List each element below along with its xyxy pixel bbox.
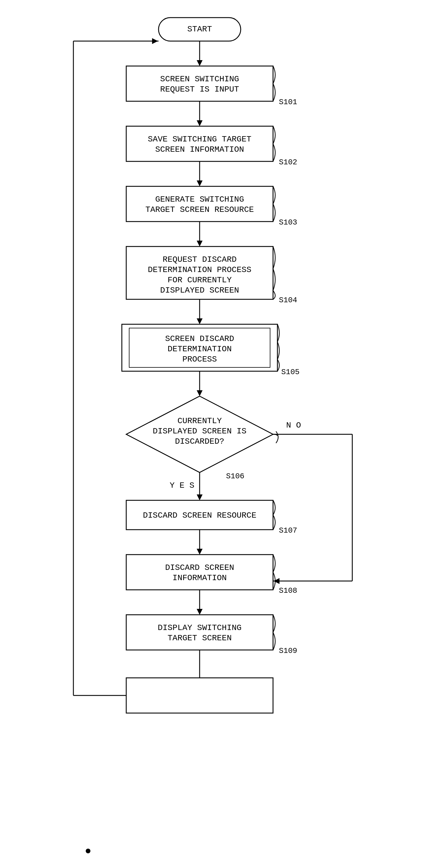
svg-marker-18	[274, 578, 279, 584]
s105-label-1: SCREEN DISCARD	[165, 334, 234, 343]
s109-label-1: DISPLAY SWITCHING	[158, 623, 242, 632]
s108-step: S108	[279, 586, 297, 595]
flowchart-container: START SCREEN SWITCHING REQUEST IS INPUT …	[0, 0, 443, 868]
s103-label-1: GENERATE SWITCHING	[155, 195, 244, 204]
svg-marker-17	[197, 609, 203, 615]
s104-label-1: REQUEST DISCARD	[163, 255, 237, 264]
end-dot	[86, 849, 90, 853]
s102-step: S102	[279, 158, 297, 167]
svg-marker-11	[197, 390, 203, 396]
s106-label-3: DISCARDED?	[175, 437, 224, 446]
s102-label-1: SAVE SWITCHING TARGET	[148, 135, 252, 144]
s106-label-1: CURRENTLY	[177, 416, 222, 426]
svg-marker-20	[152, 38, 158, 44]
s102-label-2: SCREEN INFORMATION	[155, 145, 244, 154]
s103-label-2: TARGET SCREEN RESOURCE	[145, 205, 254, 214]
start-label: START	[187, 25, 212, 34]
s104-label-4: DISPLAYED SCREEN	[160, 286, 239, 295]
s105-label-2: DETERMINATION	[168, 344, 232, 353]
s108-label-1: DISCARD SCREEN	[165, 563, 234, 572]
svg-marker-7	[197, 241, 203, 247]
s104-label-3: FOR CURRENTLY	[168, 276, 232, 285]
s108-label-2: INFORMATION	[173, 574, 227, 583]
s103-step: S103	[279, 218, 297, 227]
s104-step: S104	[279, 296, 297, 305]
s104-label-2: DETERMINATION PROCESS	[148, 265, 252, 274]
s109-step: S109	[279, 647, 297, 655]
s101-step: S101	[279, 98, 297, 106]
s106-step: S106	[226, 472, 244, 480]
yes-label: Y E S	[170, 481, 194, 490]
s106-label-2: DISPLAYED SCREEN IS	[153, 427, 246, 436]
svg-marker-5	[197, 181, 203, 186]
no-label: N O	[286, 421, 301, 430]
s105-step: S105	[281, 368, 299, 376]
s105-label-3: PROCESS	[182, 355, 217, 364]
s107-label: DISCARD SCREEN RESOURCE	[143, 511, 256, 520]
s101-label-2: REQUEST IS INPUT	[160, 85, 239, 94]
svg-marker-15	[197, 549, 203, 555]
svg-marker-3	[197, 120, 203, 126]
s109-label-2: TARGET SCREEN	[168, 633, 232, 643]
svg-marker-13	[197, 494, 203, 500]
s107-step: S107	[279, 526, 297, 535]
s101-label-1: SCREEN SWITCHING	[160, 74, 239, 84]
end-node	[126, 678, 273, 713]
svg-marker-1	[197, 60, 203, 66]
svg-marker-9	[197, 318, 203, 324]
